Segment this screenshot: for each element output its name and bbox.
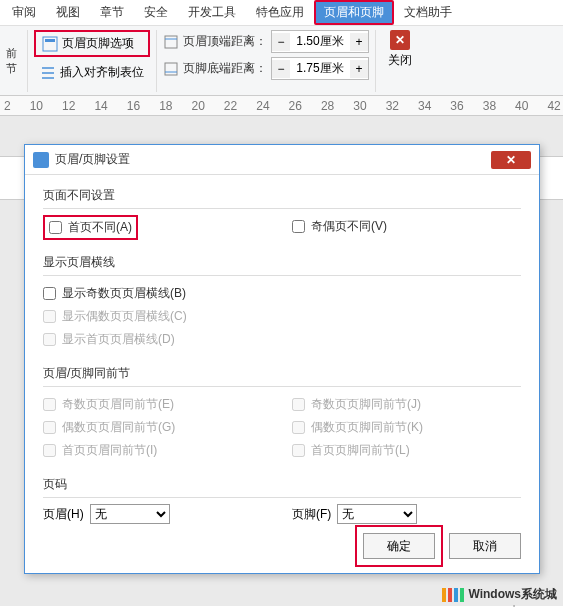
menu-special[interactable]: 特色应用 [246,0,314,25]
first-page-diff-label: 首页不同(A) [68,219,132,236]
align-tab-icon [40,65,56,81]
odd-even-diff-label: 奇偶页不同(V) [311,218,387,235]
ruler-tick: 26 [289,99,302,113]
svg-rect-1 [45,39,55,42]
ruler-tick: 40 [515,99,528,113]
footer-bottom-margin-label: 页脚底端距离： [183,60,267,77]
section-header-line: 显示页眉横线 显示奇数页页眉横线(B) 显示偶数页页眉横线(C) 显示首页页眉横… [43,254,521,351]
odd-header-same-prev-input [43,398,56,411]
header-footer-options-button[interactable]: 页眉页脚选项 [34,30,150,57]
ruler-tick: 22 [224,99,237,113]
prev-section-label: 前节 [6,46,21,76]
first-page-diff-input[interactable] [49,221,62,234]
header-margin-increase[interactable]: + [350,33,368,51]
footer-margin-decrease[interactable]: − [272,60,290,78]
watermark: Windows系统城 www.wxcLqq.com [442,586,557,603]
show-first-header-line-checkbox: 显示首页页眉横线(D) [43,328,521,351]
odd-even-diff-input[interactable] [292,220,305,233]
show-odd-header-line-checkbox[interactable]: 显示奇数页页眉横线(B) [43,282,521,305]
ruler-tick: 2 [4,99,11,113]
watermark-logo-icon [442,588,464,602]
menu-view[interactable]: 视图 [46,0,90,25]
first-page-diff-checkbox[interactable]: 首页不同(A) [43,215,138,240]
footer-margin-value: 1.75厘米 [290,58,350,79]
menu-doc-assistant[interactable]: 文档助手 [394,0,462,25]
even-footer-same-prev-checkbox: 偶数页页脚同前节(K) [292,416,521,439]
ruler-tick: 16 [127,99,140,113]
ruler-tick: 18 [159,99,172,113]
cancel-button[interactable]: 取消 [449,533,521,559]
ruler-tick: 36 [450,99,463,113]
dialog-close-button[interactable]: ✕ [491,151,531,169]
footer-page-num-label: 页脚(F) [292,506,331,523]
section-same-prev: 页眉/页脚同前节 奇数页页眉同前节(E) 偶数页页眉同前节(G) 首页页眉同前节… [43,365,521,462]
section-header-line-title: 显示页眉横线 [43,254,521,276]
horizontal-ruler[interactable]: 2 10 12 14 16 18 20 22 24 26 28 30 32 34… [0,96,563,116]
ruler-tick: 32 [386,99,399,113]
even-footer-same-prev-label: 偶数页页脚同前节(K) [311,419,423,436]
app-logo-icon [33,152,49,168]
menu-devtools[interactable]: 开发工具 [178,0,246,25]
odd-even-diff-checkbox[interactable]: 奇偶页不同(V) [292,215,521,238]
menu-header-footer[interactable]: 页眉和页脚 [314,0,394,25]
insert-align-tab-label: 插入对齐制表位 [60,64,144,81]
first-header-same-prev-label: 首页页眉同前节(I) [62,442,157,459]
footer-margin-icon [163,61,179,77]
show-first-header-line-input [43,333,56,346]
show-odd-header-line-input[interactable] [43,287,56,300]
first-header-same-prev-checkbox: 首页页眉同前节(I) [43,439,272,462]
odd-header-same-prev-checkbox: 奇数页页眉同前节(E) [43,393,272,416]
section-page-number-title: 页码 [43,476,521,498]
dialog-button-row: 确定 取消 [363,533,521,559]
svg-rect-4 [165,63,177,75]
ruler-tick: 42 [547,99,560,113]
ruler-tick: 24 [256,99,269,113]
header-top-margin-label: 页眉顶端距离： [183,33,267,50]
header-top-margin-row: 页眉顶端距离： − 1.50厘米 + [163,30,369,53]
show-even-header-line-checkbox: 显示偶数页页眉横线(C) [43,305,521,328]
dialog-title: 页眉/页脚设置 [55,151,491,168]
ruler-tick: 12 [62,99,75,113]
header-margin-value: 1.50厘米 [290,31,350,52]
odd-footer-same-prev-input [292,398,305,411]
section-same-prev-title: 页眉/页脚同前节 [43,365,521,387]
menu-review[interactable]: 审阅 [2,0,46,25]
even-footer-same-prev-input [292,421,305,434]
ruler-tick: 30 [353,99,366,113]
footer-margin-increase[interactable]: + [350,60,368,78]
dialog-titlebar[interactable]: 页眉/页脚设置 ✕ [25,145,539,175]
header-page-num-label: 页眉(H) [43,506,84,523]
first-footer-same-prev-checkbox: 首页页脚同前节(L) [292,439,521,462]
ruler-tick: 38 [483,99,496,113]
ruler-tick: 10 [30,99,43,113]
watermark-brand: Windows系统城 [468,586,557,603]
even-header-same-prev-input [43,421,56,434]
show-first-header-line-label: 显示首页页眉横线(D) [62,331,175,348]
footer-page-num-select[interactable]: 无 [337,504,417,524]
dialog-body: 页面不同设置 首页不同(A) 奇偶页不同(V) 显示页眉横线 [25,175,539,550]
section-page-diff: 页面不同设置 首页不同(A) 奇偶页不同(V) [43,187,521,240]
header-footer-options-label: 页眉页脚选项 [62,35,134,52]
first-footer-same-prev-label: 首页页脚同前节(L) [311,442,410,459]
ok-button[interactable]: 确定 [363,533,435,559]
insert-align-tab-button[interactable]: 插入对齐制表位 [34,61,150,84]
even-header-same-prev-checkbox: 偶数页页眉同前节(G) [43,416,272,439]
first-footer-same-prev-input [292,444,305,457]
show-even-header-line-label: 显示偶数页页眉横线(C) [62,308,187,325]
svg-rect-2 [165,36,177,48]
show-odd-header-line-label: 显示奇数页页眉横线(B) [62,285,186,302]
show-even-header-line-input [43,310,56,323]
odd-header-same-prev-label: 奇数页页眉同前节(E) [62,396,174,413]
ruler-tick: 14 [94,99,107,113]
header-page-num-select[interactable]: 无 [90,504,170,524]
ruler-tick: 34 [418,99,431,113]
section-page-diff-title: 页面不同设置 [43,187,521,209]
header-footer-settings-dialog: 页眉/页脚设置 ✕ 页面不同设置 首页不同(A) 奇偶页不同(V) [24,144,540,574]
header-margin-decrease[interactable]: − [272,33,290,51]
menu-chapter[interactable]: 章节 [90,0,134,25]
header-top-margin-spinner[interactable]: − 1.50厘米 + [271,30,369,53]
menu-security[interactable]: 安全 [134,0,178,25]
footer-bottom-margin-spinner[interactable]: − 1.75厘米 + [271,57,369,80]
menubar: 审阅 视图 章节 安全 开发工具 特色应用 页眉和页脚 文档助手 [0,0,563,26]
close-header-footer-button[interactable]: ✕ [390,30,410,50]
